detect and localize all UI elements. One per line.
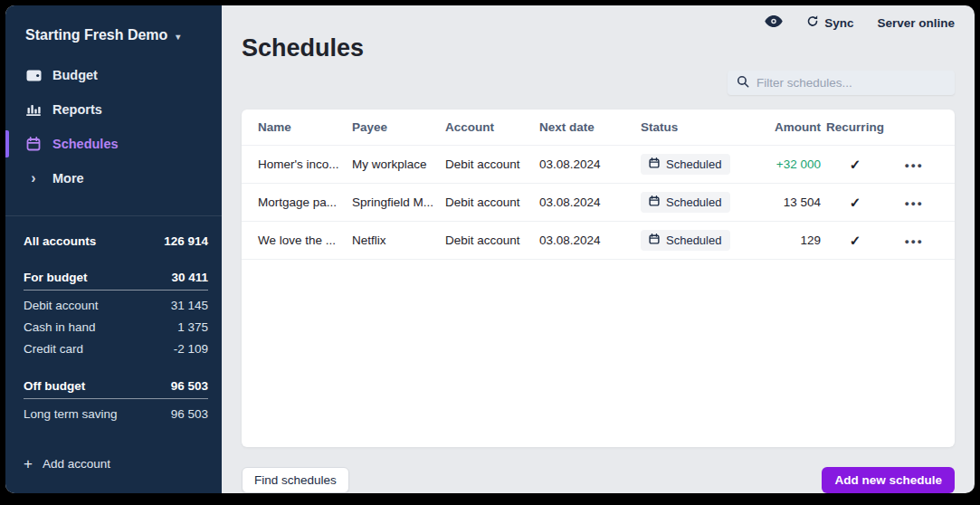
app-window: Starting Fresh Demo ▾ Budget Reports — [5, 5, 975, 493]
privacy-toggle-button[interactable] — [765, 15, 783, 30]
account-group-off-budget: Off budget 96 503 Long term saving 96 50… — [24, 374, 208, 424]
sidebar-item-budget[interactable]: Budget — [5, 58, 222, 92]
sidebar-nav: Budget Reports Schedules › More — [5, 58, 222, 195]
cell-payee: My workplace — [352, 157, 445, 171]
sidebar-item-schedules[interactable]: Schedules — [5, 127, 222, 161]
status-label: Scheduled — [666, 157, 721, 171]
find-schedules-button[interactable]: Find schedules — [242, 467, 349, 493]
calendar-icon — [649, 233, 660, 247]
actions-row: Find schedules Add new schedule — [242, 467, 955, 493]
chevron-down-icon: ▾ — [176, 30, 180, 42]
budget-file-name: Starting Fresh Demo — [25, 27, 167, 43]
cell-name: Homer's inco... — [258, 157, 352, 171]
account-row-debit[interactable]: Debit account 31 145 — [24, 294, 208, 316]
cell-next-date: 03.08.2024 — [539, 233, 641, 247]
sidebar: Starting Fresh Demo ▾ Budget Reports — [5, 5, 222, 493]
accounts-panel: All accounts 126 914 For budget 30 411 D… — [5, 215, 222, 447]
account-group-for-budget: For budget 30 411 Debit account 31 145 C… — [24, 265, 208, 359]
for-budget-row[interactable]: For budget 30 411 — [24, 265, 208, 291]
status-badge: Scheduled — [641, 154, 730, 175]
table-rows: Homer's inco... My workplace Debit accou… — [242, 146, 955, 260]
account-balance: 1 375 — [177, 320, 208, 334]
bar-chart-icon — [25, 103, 42, 116]
off-budget-row[interactable]: Off budget 96 503 — [24, 374, 208, 399]
sidebar-item-label: Budget — [52, 68, 98, 82]
cell-status: Scheduled — [641, 230, 775, 251]
cell-account: Debit account — [445, 157, 539, 171]
table-row[interactable]: We love the ... Netflix Debit account 03… — [242, 222, 955, 260]
account-label: Credit card — [24, 342, 83, 356]
account-label: Cash in hand — [24, 320, 96, 334]
column-header-next-date: Next date — [539, 120, 641, 134]
sidebar-item-reports[interactable]: Reports — [5, 92, 222, 127]
add-account-button[interactable]: + Add account — [5, 447, 222, 493]
search-icon — [737, 75, 749, 91]
cell-next-date: 03.08.2024 — [539, 157, 641, 171]
account-row-cash[interactable]: Cash in hand 1 375 — [24, 316, 208, 338]
filter-schedules-box — [728, 71, 955, 95]
account-label: Off budget — [24, 379, 85, 393]
all-accounts-row[interactable]: All accounts 126 914 — [24, 230, 208, 252]
account-label: All accounts — [24, 234, 96, 248]
server-status-label: Server online — [877, 16, 955, 30]
wallet-icon — [25, 70, 42, 81]
cell-amount: 129 — [775, 233, 821, 247]
filter-row — [242, 71, 955, 95]
column-header-recurring: Recurring — [821, 120, 890, 134]
table-row[interactable]: Mortgage pa... Springfield M... Debit ac… — [242, 184, 955, 222]
cell-payee: Netflix — [352, 233, 445, 247]
cell-status: Scheduled — [641, 192, 775, 213]
sync-icon — [806, 14, 819, 31]
cell-next-date: 03.08.2024 — [539, 195, 641, 209]
status-badge: Scheduled — [641, 192, 730, 213]
add-account-label: Add account — [43, 457, 110, 471]
budget-file-selector[interactable]: Starting Fresh Demo ▾ — [5, 5, 222, 58]
chevron-right-icon: › — [25, 171, 42, 186]
status-label: Scheduled — [666, 233, 721, 247]
account-row-credit-card[interactable]: Credit card -2 109 — [24, 338, 208, 359]
table-row[interactable]: Homer's inco... My workplace Debit accou… — [242, 146, 955, 184]
topbar: Sync Server online — [242, 5, 955, 31]
ellipsis-icon[interactable]: ●●● — [905, 161, 924, 170]
cell-menu: ●●● — [890, 233, 938, 247]
account-balance: -2 109 — [174, 342, 208, 356]
page-title: Schedules — [242, 34, 955, 62]
cell-menu: ●●● — [890, 195, 938, 209]
table-header-row: Name Payee Account Next date Status Amou… — [242, 110, 955, 146]
account-label: Debit account — [24, 299, 99, 312]
cell-name: We love the ... — [258, 233, 352, 247]
sidebar-item-more[interactable]: › More — [5, 161, 222, 195]
check-icon: ✓ — [821, 195, 890, 211]
account-balance: 96 503 — [171, 407, 208, 421]
server-status-button[interactable]: Server online — [877, 16, 955, 30]
sync-button[interactable]: Sync — [806, 14, 853, 31]
account-row-long-term-saving[interactable]: Long term saving 96 503 — [24, 403, 208, 424]
sidebar-item-label: More — [52, 171, 84, 186]
account-balance: 31 145 — [171, 299, 208, 312]
ellipsis-icon[interactable]: ●●● — [905, 199, 924, 208]
check-icon: ✓ — [821, 233, 890, 249]
account-balance: 126 914 — [164, 234, 208, 248]
schedules-table: Name Payee Account Next date Status Amou… — [242, 110, 955, 447]
calendar-icon — [649, 195, 660, 209]
column-header-status: Status — [641, 120, 775, 134]
cell-amount: +32 000 — [775, 157, 821, 171]
cell-status: Scheduled — [641, 154, 775, 175]
sidebar-item-label: Schedules — [52, 137, 119, 151]
add-new-schedule-button[interactable]: Add new schedule — [822, 467, 955, 493]
calendar-icon — [25, 137, 42, 151]
cell-amount: 13 504 — [775, 195, 821, 209]
column-header-amount: Amount — [775, 120, 821, 134]
column-header-account: Account — [445, 120, 539, 134]
status-label: Scheduled — [666, 195, 721, 209]
check-icon: ✓ — [821, 157, 890, 173]
cell-name: Mortgage pa... — [258, 195, 352, 209]
column-header-payee: Payee — [352, 120, 445, 134]
ellipsis-icon[interactable]: ●●● — [905, 237, 924, 246]
calendar-icon — [649, 157, 660, 171]
column-header-name: Name — [258, 120, 352, 134]
sidebar-item-label: Reports — [52, 102, 102, 117]
filter-schedules-input[interactable] — [756, 76, 946, 90]
account-label: For budget — [24, 271, 88, 284]
account-label: Long term saving — [24, 407, 118, 421]
